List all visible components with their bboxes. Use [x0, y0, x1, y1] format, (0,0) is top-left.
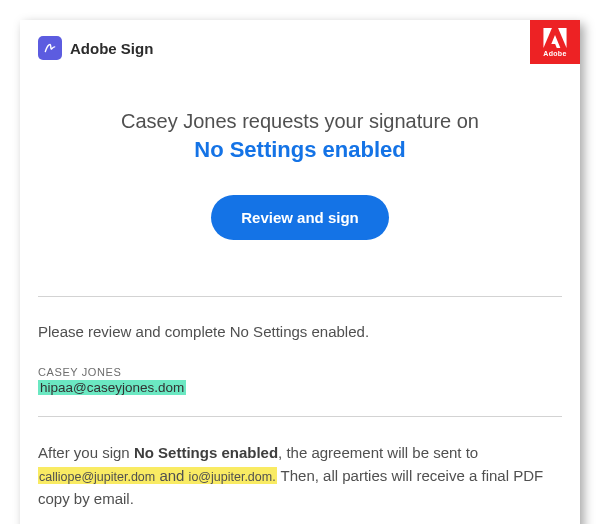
flow-text: After you sign No Settings enabled, the … — [38, 441, 562, 511]
sender-name-inline: Casey Jones — [121, 110, 237, 132]
flow-section: After you sign No Settings enabled, the … — [20, 417, 580, 525]
recipient-2: io@jupiter.dom. — [189, 470, 276, 484]
brand: Adobe Sign — [38, 20, 153, 60]
adobe-corp-tag: Adobe — [530, 20, 580, 64]
main-request: Casey Jones requests your signature on N… — [20, 64, 580, 296]
header: Adobe Sign Adobe — [20, 20, 580, 64]
recipient-1: calliope@jupiter.dom — [39, 470, 155, 484]
brand-name: Adobe Sign — [70, 40, 153, 57]
flow-doc: No Settings enabled — [134, 444, 278, 461]
sender-email: hipaa@caseyjones.dom — [38, 380, 186, 395]
sender-block: CASEY JONES hipaa@caseyjones.dom — [38, 366, 562, 396]
email-card: Adobe Sign Adobe Casey Jones requests yo… — [20, 20, 580, 524]
instruction-section: Please review and complete No Settings e… — [20, 297, 580, 416]
sender-name-label: CASEY JONES — [38, 366, 562, 378]
adobe-corp-label: Adobe — [543, 50, 566, 57]
instruction-text: Please review and complete No Settings e… — [38, 321, 562, 344]
document-title[interactable]: No Settings enabled — [38, 137, 562, 163]
request-verb: requests your signature on — [242, 110, 479, 132]
request-line: Casey Jones requests your signature on — [38, 108, 562, 135]
adobe-logo-icon — [543, 28, 567, 48]
adobe-sign-icon — [38, 36, 62, 60]
review-and-sign-button[interactable]: Review and sign — [211, 195, 389, 240]
cta-wrap: Review and sign — [38, 195, 562, 240]
